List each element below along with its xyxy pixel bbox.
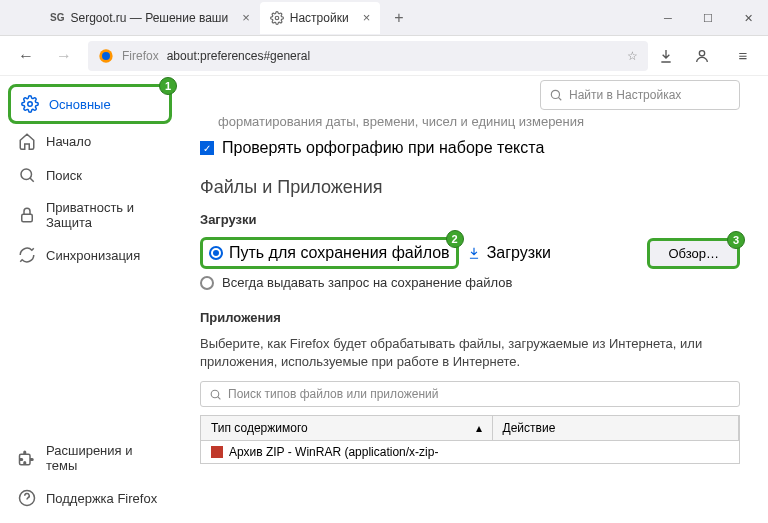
download-path-row: Путь для сохранения файлов 2 Загрузки Об… <box>200 237 740 269</box>
question-icon <box>18 489 36 507</box>
search-placeholder: Найти в Настройках <box>569 88 681 102</box>
download-path-display: Загрузки <box>467 244 640 262</box>
search-icon <box>549 88 563 102</box>
tab-sergoot[interactable]: SG Sergoot.ru — Решение ваши × <box>40 2 260 34</box>
always-ask-option[interactable]: Всегда выдавать запрос на сохранение фай… <box>200 275 740 290</box>
url-text: about:preferences#general <box>167 49 310 63</box>
tab-strip: SG Sergoot.ru — Решение ваши × Настройки… <box>0 0 768 36</box>
winrar-icon <box>211 446 223 458</box>
files-apps-heading: Файлы и Приложения <box>200 177 740 198</box>
downloads-heading: Загрузки <box>200 212 740 227</box>
svg-point-0 <box>275 16 279 20</box>
firefox-icon <box>98 48 114 64</box>
sidebar: Основные 1 Начало Поиск Приватность и За… <box>0 76 180 523</box>
filter-placeholder: Поиск типов файлов или приложений <box>228 387 438 401</box>
lock-icon <box>18 206 36 224</box>
always-ask-label: Всегда выдавать запрос на сохранение фай… <box>222 275 512 290</box>
column-content-type[interactable]: Тип содержимого ▴ <box>201 416 493 440</box>
window-close-button[interactable]: ✕ <box>728 0 768 36</box>
new-tab-button[interactable]: + <box>386 9 411 27</box>
sidebar-item-label: Поиск <box>46 168 82 183</box>
settings-search-input[interactable]: Найти в Настройках <box>540 80 740 110</box>
svg-point-9 <box>211 390 219 398</box>
url-label: Firefox <box>122 49 159 63</box>
menu-icon[interactable]: ≡ <box>730 47 756 64</box>
sync-icon <box>18 246 36 264</box>
bookmark-star-icon[interactable]: ☆ <box>627 49 638 63</box>
puzzle-icon <box>18 449 36 467</box>
sidebar-item-extensions[interactable]: Расширения и темы <box>8 435 172 481</box>
callout-badge-1: 1 <box>159 77 177 95</box>
callout-badge-3: 3 <box>727 231 745 249</box>
download-folder-icon <box>467 246 481 260</box>
apps-description: Выберите, как Firefox будет обрабатывать… <box>200 335 740 371</box>
apps-heading: Приложения <box>200 310 740 325</box>
truncated-previous-text: форматирования даты, времени, чисел и ед… <box>218 114 740 129</box>
tab-settings[interactable]: Настройки × <box>260 2 380 34</box>
sidebar-bottom: Расширения и темы Поддержка Firefox <box>8 435 180 515</box>
home-icon <box>18 132 36 150</box>
row-content-type: Архив ZIP - WinRAR (application/x-zip- <box>229 445 438 459</box>
col-label: Тип содержимого <box>211 421 308 435</box>
browse-button[interactable]: Обзор… 3 <box>647 238 740 269</box>
spellcheck-option[interactable]: ✓ Проверять орфографию при наборе текста <box>200 139 740 157</box>
tab-title: Настройки <box>290 11 349 25</box>
minimize-button[interactable]: ─ <box>648 0 688 36</box>
account-icon[interactable] <box>694 48 720 64</box>
radio-checked-icon[interactable] <box>209 246 223 260</box>
sidebar-item-label: Приватность и Защита <box>46 200 162 230</box>
callout-badge-2: 2 <box>446 230 464 248</box>
sidebar-item-search[interactable]: Поиск <box>8 158 172 192</box>
close-icon[interactable]: × <box>363 10 371 25</box>
search-icon <box>209 388 222 401</box>
svg-point-2 <box>102 52 110 60</box>
radio-unchecked-icon[interactable] <box>200 276 214 290</box>
sort-arrow-icon: ▴ <box>476 421 482 435</box>
svg-point-8 <box>551 90 559 98</box>
spellcheck-label: Проверять орфографию при наборе текста <box>222 139 544 157</box>
download-folder-name: Загрузки <box>487 244 551 262</box>
sidebar-item-label: Начало <box>46 134 91 149</box>
sidebar-item-general[interactable]: Основные 1 <box>8 84 172 124</box>
toolbar: ← → Firefox about:preferences#general ☆ … <box>0 36 768 76</box>
column-action[interactable]: Действие <box>493 416 739 440</box>
svg-point-4 <box>28 102 33 107</box>
col-label: Действие <box>503 421 556 435</box>
sidebar-item-label: Поддержка Firefox <box>46 491 157 506</box>
sidebar-item-home[interactable]: Начало <box>8 124 172 158</box>
sidebar-item-label: Основные <box>49 97 111 112</box>
window-controls: ─ ☐ ✕ <box>648 0 768 36</box>
sidebar-item-label: Расширения и темы <box>46 443 162 473</box>
downloads-icon[interactable] <box>658 48 684 64</box>
browse-label: Обзор… <box>668 246 719 261</box>
checkbox-checked-icon[interactable]: ✓ <box>200 141 214 155</box>
url-bar[interactable]: Firefox about:preferences#general ☆ <box>88 41 648 71</box>
back-button[interactable]: ← <box>12 42 40 70</box>
search-icon <box>18 166 36 184</box>
sidebar-item-sync[interactable]: Синхронизация <box>8 238 172 272</box>
table-row[interactable]: Архив ZIP - WinRAR (application/x-zip- <box>201 441 739 463</box>
svg-point-3 <box>699 50 704 55</box>
main-panel: Найти в Настройках форматирования даты, … <box>180 76 768 523</box>
table-header: Тип содержимого ▴ Действие <box>201 416 739 441</box>
tab-title: Sergoot.ru — Решение ваши <box>70 11 228 25</box>
sidebar-item-support[interactable]: Поддержка Firefox <box>8 481 172 515</box>
content-area: Основные 1 Начало Поиск Приватность и За… <box>0 76 768 523</box>
apps-filter-input[interactable]: Поиск типов файлов или приложений <box>200 381 740 407</box>
forward-button[interactable]: → <box>50 42 78 70</box>
gear-icon <box>270 11 284 25</box>
save-to-label: Путь для сохранения файлов <box>229 244 450 262</box>
apps-table: Тип содержимого ▴ Действие Архив ZIP - W… <box>200 415 740 464</box>
svg-point-5 <box>21 169 32 180</box>
close-icon[interactable]: × <box>242 10 250 25</box>
tab-favicon: SG <box>50 12 64 23</box>
sidebar-item-label: Синхронизация <box>46 248 140 263</box>
save-to-option[interactable]: Путь для сохранения файлов 2 <box>200 237 459 269</box>
sidebar-item-privacy[interactable]: Приватность и Защита <box>8 192 172 238</box>
gear-icon <box>21 95 39 113</box>
maximize-button[interactable]: ☐ <box>688 0 728 36</box>
svg-rect-6 <box>22 214 33 222</box>
